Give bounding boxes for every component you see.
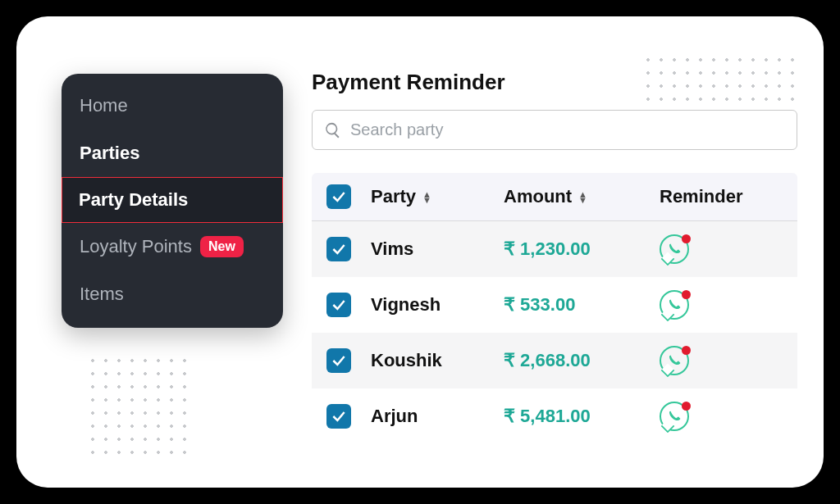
search-input[interactable] xyxy=(350,120,785,139)
reminders-table: Party ▲▼ Amount ▲▼ Reminder Vims ₹ 1,230… xyxy=(312,173,797,444)
whatsapp-reminder-button[interactable] xyxy=(660,346,689,375)
search-box[interactable] xyxy=(312,110,797,150)
app-card: Home Parties Party Details Loyalty Point… xyxy=(16,16,824,488)
party-name: Vignesh xyxy=(371,294,504,316)
column-label: Amount xyxy=(504,186,572,207)
sidebar-item-label: Loyalty Points xyxy=(80,236,192,257)
sort-icon: ▲▼ xyxy=(578,192,587,202)
check-icon xyxy=(331,297,347,313)
check-icon xyxy=(331,352,347,369)
sidebar: Home Parties Party Details Loyalty Point… xyxy=(62,74,283,328)
sidebar-item-home[interactable]: Home xyxy=(62,82,283,129)
row-checkbox[interactable] xyxy=(326,293,351,317)
page-title: Payment Reminder xyxy=(312,70,797,95)
row-checkbox[interactable] xyxy=(326,348,351,373)
sidebar-item-loyalty-points[interactable]: Loyalty Points New xyxy=(62,223,283,270)
row-checkbox[interactable] xyxy=(326,237,351,261)
column-label: Reminder xyxy=(660,186,742,207)
check-icon xyxy=(331,188,347,205)
whatsapp-reminder-button[interactable] xyxy=(660,402,689,431)
decorative-dots xyxy=(86,354,191,459)
table-row: Koushik ₹ 2,668.00 xyxy=(312,333,797,388)
table-row: Vignesh ₹ 533.00 xyxy=(312,277,797,333)
new-badge: New xyxy=(200,236,244,257)
column-header-reminder: Reminder xyxy=(660,186,783,207)
amount-value: ₹ 533.00 xyxy=(504,294,660,316)
party-name: Vims xyxy=(371,238,504,260)
column-label: Party xyxy=(371,186,416,207)
table-row: Arjun ₹ 5,481.00 xyxy=(312,388,797,444)
amount-value: ₹ 2,668.00 xyxy=(504,350,660,371)
sidebar-item-party-details[interactable]: Party Details xyxy=(62,177,283,223)
sidebar-item-items[interactable]: Items xyxy=(62,270,283,318)
main-panel: Payment Reminder Party ▲▼ Amount ▲▼ xyxy=(312,70,797,444)
select-all-checkbox[interactable] xyxy=(326,184,351,209)
table-header: Party ▲▼ Amount ▲▼ Reminder xyxy=(312,173,797,221)
party-name: Koushik xyxy=(371,350,504,371)
check-icon xyxy=(331,241,347,257)
check-icon xyxy=(331,408,347,425)
whatsapp-reminder-button[interactable] xyxy=(660,290,689,320)
search-icon xyxy=(324,121,342,139)
amount-value: ₹ 5,481.00 xyxy=(504,406,660,427)
whatsapp-reminder-button[interactable] xyxy=(660,234,689,264)
party-name: Arjun xyxy=(371,406,504,427)
column-header-amount[interactable]: Amount ▲▼ xyxy=(504,186,660,207)
sidebar-item-parties[interactable]: Parties xyxy=(62,129,283,177)
amount-value: ₹ 1,230.00 xyxy=(504,238,660,260)
row-checkbox[interactable] xyxy=(326,404,351,429)
sort-icon: ▲▼ xyxy=(422,192,431,202)
table-row: Vims ₹ 1,230.00 xyxy=(312,221,797,277)
column-header-party[interactable]: Party ▲▼ xyxy=(371,186,504,207)
